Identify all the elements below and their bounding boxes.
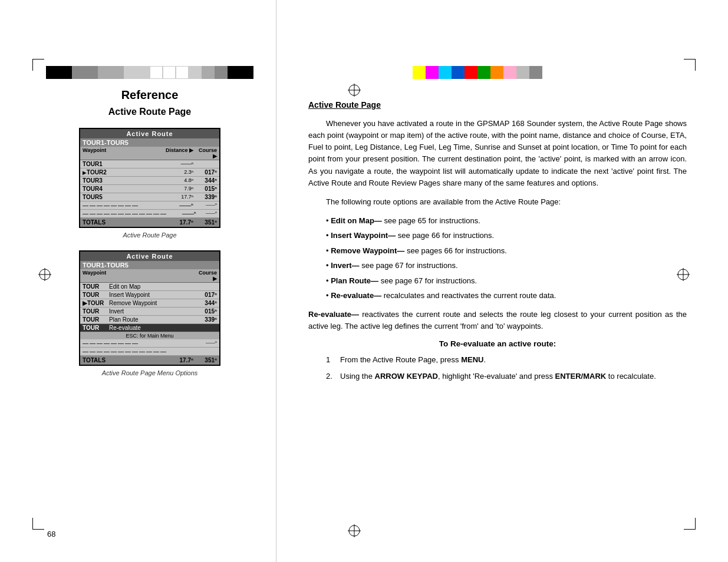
instruction-2: 2. Using the ARROW KEYPAD, highlight 'Re…: [326, 371, 687, 382]
re-evaluate-section-heading: To Re-evaluate an active route:: [308, 339, 687, 348]
gps-row-tour1: TOUR1 ——ⁿ: [80, 160, 219, 168]
gps-dash2-row-2: ————————————: [80, 348, 219, 356]
gps-screen-1: Active Route TOUR1-TOUR5 Waypoint Distan…: [79, 128, 220, 228]
bullet-reevaluate: Re-evaluate— recalculates and reactivate…: [326, 290, 687, 302]
gps-menu-invert: TOUR Invert 015ⁿ: [80, 308, 219, 316]
instruction-1: 1 From the Active Route Page, press MENU…: [326, 354, 687, 366]
gps-dash-row-1: ———————— ——ⁿ ——ⁿ: [80, 201, 219, 210]
bullet-plan: Plan Route— see page 67 for instructions…: [326, 275, 687, 287]
right-paragraph-2: The following route options are availabl…: [308, 196, 687, 208]
gps-totals-2: TOTALS 17.7ⁿ 351ⁿ: [80, 356, 219, 365]
gps-menu-insert: TOUR Insert Waypoint 017ⁿ: [80, 291, 219, 299]
page-number: 68: [47, 530, 55, 538]
gps-caption-2: Active Route Page Menu Options: [47, 369, 252, 376]
header-course: Course ▶: [193, 147, 217, 159]
header2-waypoint: Waypoint: [83, 270, 109, 282]
re-evaluate-description: Re-evaluate— reactivates the current rou…: [308, 309, 687, 332]
header-waypoint: Waypoint: [83, 147, 161, 159]
gps-totals: TOTALS 17.7ⁿ 351ⁿ: [80, 218, 219, 227]
header2-empty: [109, 270, 193, 282]
right-page-heading: Active Route Page: [308, 100, 687, 110]
bullet-invert: Invert— see page 67 for instructions.: [326, 260, 687, 272]
right-page: Active Route Page Whenever you have acti…: [276, 0, 728, 562]
gps-screen-2: Active Route TOUR1-TOUR5 Waypoint Course…: [79, 250, 220, 366]
gps-screen-2-title: Active Route: [80, 252, 219, 261]
header2-course: Course ▶: [193, 270, 217, 282]
gps-screen-1-route: TOUR1-TOUR5: [80, 138, 219, 147]
section-title: Reference: [47, 88, 252, 102]
gps-dash2-row-1: ———————— ——ⁿ: [80, 339, 219, 348]
gps-esc-bar: ESC: for Main Menu: [80, 332, 219, 339]
bullet-remove: Remove Waypoint— see pages 66 for instru…: [326, 245, 687, 257]
bullet-insert: Insert Waypoint— see page 66 for instruc…: [326, 230, 687, 242]
left-page: Reference Active Route Page Active Route…: [0, 0, 276, 562]
gps-menu-edit: TOUR Edit on Map: [80, 283, 219, 291]
gps-row-tour3: TOUR3 4.8ⁿ 344ⁿ: [80, 177, 219, 185]
numbered-instructions: 1 From the Active Route Page, press MENU…: [326, 354, 687, 382]
gps-dash-row-2: ———————————— ——ⁿ ——ⁿ: [80, 210, 219, 218]
subsection-title: Active Route Page: [47, 107, 252, 117]
gps-menu-remove: ▶TOUR Remove Waypoint 344ⁿ: [80, 299, 219, 308]
gps-row-tour2: TOUR2 2.3ⁿ 017ⁿ: [80, 168, 219, 177]
header-distance: Distance ▶: [161, 147, 193, 159]
gps-screen-1-header: Waypoint Distance ▶ Course ▶: [80, 147, 219, 160]
bullet-list: Edit on Map— see page 65 for instruction…: [326, 215, 687, 302]
gps-row-tour4: TOUR4 7.9ⁿ 015ⁿ: [80, 185, 219, 193]
bullet-edit-map: Edit on Map— see page 65 for instruction…: [326, 215, 687, 227]
gps-row-tour5: TOUR5 17.7ⁿ 339ⁿ: [80, 193, 219, 201]
gps-screen-1-title: Active Route: [80, 129, 219, 138]
right-paragraph-1: Whenever you have activated a route in t…: [308, 118, 687, 189]
gps-caption-1: Active Route Page: [47, 232, 252, 239]
gps-menu-reevaluate: TOUR Re-evaluate: [80, 324, 219, 332]
gps-screen-2-route: TOUR1-TOUR5: [80, 261, 219, 269]
gps-menu-plan: TOUR Plan Route 339ⁿ: [80, 316, 219, 324]
gps-screen-2-header: Waypoint Course ▶: [80, 269, 219, 283]
